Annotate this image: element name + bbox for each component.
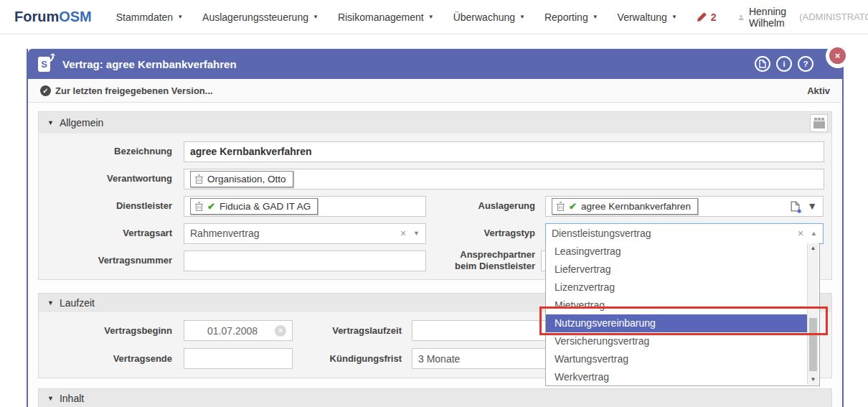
trash-icon[interactable] xyxy=(557,202,565,211)
vertragsart-combobox[interactable]: Rahmenvertrag × ▼ xyxy=(184,223,426,244)
bezeichnung-value: agree Kernbankverfahren xyxy=(190,146,312,157)
collapse-caret-icon: ▼ xyxy=(47,119,54,126)
dropdown-option-mietvertrag[interactable]: Mietvertrag xyxy=(546,296,807,314)
trash-icon[interactable] xyxy=(195,174,203,184)
chevron-down-icon: ▼ xyxy=(177,14,183,20)
section-header-inhalt[interactable]: ▼ Inhalt xyxy=(39,389,831,407)
menu-reporting[interactable]: Reporting ▼ xyxy=(544,11,598,23)
dienstleister-chip[interactable]: ✔ Fiducia & GAD IT AG xyxy=(190,198,318,215)
chevron-down-icon: ▼ xyxy=(519,14,525,20)
vertragstyp-dropdown-list: Leasingvertrag Liefervertrag Lizenzvertr… xyxy=(545,243,820,386)
user-role: (ADMINISTRATOR) xyxy=(799,11,868,22)
edit-count-badge: 2 xyxy=(711,11,717,23)
brand-part1: Forum xyxy=(14,9,59,24)
close-icon: × xyxy=(835,50,841,61)
section-header-allgemein[interactable]: ▼ Allgemein xyxy=(39,112,831,134)
new-document-icon[interactable]: ∗ xyxy=(791,201,800,212)
row-dienstleister-auslagerung: Dienstleister ✔ xyxy=(46,192,824,220)
vertragstyp-combobox[interactable]: Dienstleistungsvertrag × ▲ xyxy=(545,223,824,244)
verantwortung-field[interactable]: Organisation, Otto xyxy=(184,169,824,190)
menu-verwaltung[interactable]: Verwaltung ▼ xyxy=(618,11,677,23)
bezeichnung-input[interactable]: agree Kernbankverfahren xyxy=(184,141,824,162)
pdf-export-button[interactable] xyxy=(755,56,770,72)
close-button[interactable]: × xyxy=(829,47,846,64)
dropdown-option-werkvertrag[interactable]: Werkvertrag xyxy=(546,368,807,386)
scroll-down-icon[interactable]: ▼ xyxy=(808,375,819,385)
table-view-button[interactable] xyxy=(810,114,828,132)
vertragsart-value: Rahmenvertrag xyxy=(190,228,400,239)
vertragsende-input[interactable] xyxy=(184,348,293,369)
brand-part2: OSM xyxy=(59,9,92,24)
dienstleister-field[interactable]: ✔ Fiducia & GAD IT AG xyxy=(184,196,426,217)
ansprechpartner-label: Ansprechpartner beim Dienstleister xyxy=(435,249,535,271)
menu-label: Stammdaten xyxy=(116,11,173,23)
menu-stammdaten[interactable]: Stammdaten ▼ xyxy=(116,11,183,23)
contract-icon: S xyxy=(38,55,54,73)
section-title: Allgemein xyxy=(60,117,103,128)
menu-label: Verwaltung xyxy=(618,11,667,23)
info-button[interactable]: i xyxy=(776,56,792,72)
user-name: Henning Wilhelm xyxy=(749,6,794,29)
pending-edits-indicator[interactable]: 2 xyxy=(697,11,717,23)
help-button[interactable]: ? xyxy=(798,56,813,72)
menu-label: Risikomanagement xyxy=(338,11,424,23)
pdf-icon xyxy=(759,60,766,68)
menu-ueberwachung[interactable]: Überwachung ▼ xyxy=(453,11,525,23)
menu-risikomanagement[interactable]: Risikomanagement ▼ xyxy=(338,11,434,23)
menu-auslagerungssteuerung[interactable]: Auslagerungssteuerung ▼ xyxy=(202,11,319,23)
auslagerung-chip[interactable]: ✔ agree Kernbankverfahren xyxy=(552,198,698,215)
dropdown-option-lizenzvertrag[interactable]: Lizenzvertrag xyxy=(546,279,807,296)
chevron-down-icon: ▼ xyxy=(671,14,677,20)
status-badge: Aktiv xyxy=(807,85,830,96)
dropdown-option-versicherungsvertrag[interactable]: Versicherungsvertrag xyxy=(546,332,807,350)
chevron-down-icon[interactable]: ▼ xyxy=(413,230,420,237)
chevron-down-icon: ▼ xyxy=(313,14,319,20)
info-icon: i xyxy=(783,60,785,68)
section-title: Laufzeit xyxy=(60,297,95,309)
user-menu[interactable]: Henning Wilhelm (ADMINISTRATOR) ▼ xyxy=(738,6,868,29)
dropdown-option-nutzungsvereinbarung[interactable]: Nutzungsvereinbarung xyxy=(546,314,807,332)
menu-label: Reporting xyxy=(544,11,588,23)
clear-icon[interactable]: × xyxy=(400,228,406,239)
dialog-statusbar: ✓ Zur letzten freigegebenen Version... A… xyxy=(28,79,842,103)
chip-label: Organisation, Otto xyxy=(207,174,286,184)
bezeichnung-label: Bezeichnung xyxy=(46,146,172,157)
dropdown-option-leasingvertrag[interactable]: Leasingvertrag xyxy=(546,243,807,261)
dropdown-scrollbar[interactable]: ▲ ▼ xyxy=(807,243,819,385)
navbar-right: 2 Henning Wilhelm (ADMINISTRATOR) ▼ xyxy=(697,6,868,29)
menu-label: Überwachung xyxy=(453,11,515,23)
help-icon: ? xyxy=(803,60,808,68)
user-icon xyxy=(738,12,744,22)
last-released-version-link[interactable]: ✓ Zur letzten freigegebenen Version... xyxy=(40,85,213,96)
trash-icon[interactable] xyxy=(195,202,203,211)
version-link-label: Zur letzten freigegebenen Version... xyxy=(55,85,213,96)
auslagerung-field[interactable]: ✔ agree Kernbankverfahren ∗ xyxy=(545,196,824,217)
chevron-down-icon[interactable]: ▼ xyxy=(807,200,817,212)
menu-label: Auslagerungssteuerung xyxy=(202,11,308,23)
vertragstyp-label: Vertragstyp xyxy=(435,228,535,239)
chevron-up-icon[interactable]: ▲ xyxy=(811,230,817,237)
application-window: ForumOSM Stammdaten ▼ Auslagerungssteuer… xyxy=(0,0,868,407)
clear-date-icon[interactable]: × xyxy=(275,325,286,337)
chip-label: agree Kernbankverfahren xyxy=(581,201,691,212)
scrollbar-thumb[interactable] xyxy=(809,318,817,371)
dropdown-option-liefervertrag[interactable]: Liefervertrag xyxy=(546,261,807,279)
verantwortung-chip[interactable]: Organisation, Otto xyxy=(190,171,293,187)
dialog-titlebar: S Vertrag: agree Kernbankverfahren i xyxy=(28,49,842,79)
brand-logo[interactable]: ForumOSM xyxy=(14,9,92,25)
vertragsbeginn-value: 01.07.2008 xyxy=(190,325,275,337)
verified-check-icon: ✔ xyxy=(207,201,215,212)
vertragsbeginn-datefield[interactable]: 01.07.2008 × xyxy=(184,320,293,341)
released-check-icon: ✓ xyxy=(40,85,51,96)
clear-icon[interactable]: × xyxy=(798,228,803,239)
chevron-down-icon: ▼ xyxy=(593,14,598,20)
vertragslaufzeit-label: Vertragslaufzeit xyxy=(301,325,402,337)
kuendigungsfrist-field[interactable]: 3 Monate xyxy=(412,348,548,369)
scroll-up-icon[interactable]: ▲ xyxy=(808,243,819,253)
vertragsbeginn-label: Vertragsbeginn xyxy=(46,325,172,337)
titlebar-actions: i ? xyxy=(755,56,813,72)
vertragsnummer-input[interactable] xyxy=(184,251,426,271)
collapse-caret-icon: ▼ xyxy=(47,299,54,307)
vertragslaufzeit-input[interactable] xyxy=(412,320,548,341)
dropdown-option-wartungsvertrag[interactable]: Wartungsvertrag xyxy=(546,350,807,368)
